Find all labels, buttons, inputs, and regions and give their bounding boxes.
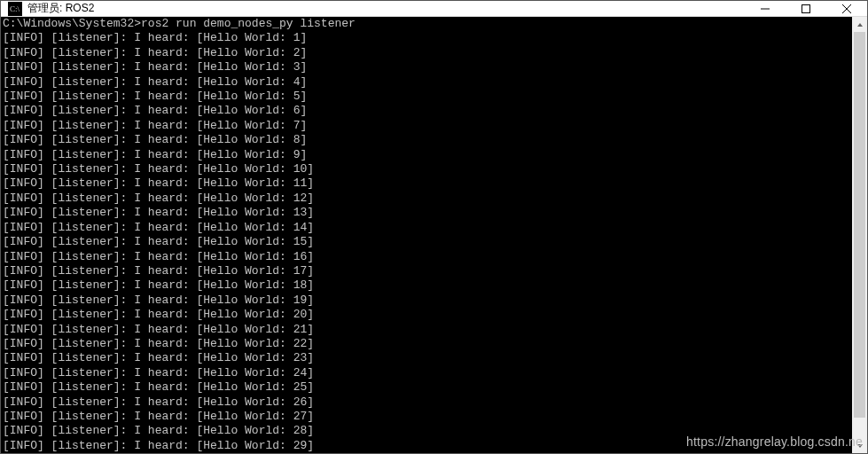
scroll-down-arrow[interactable] [852,438,867,453]
prompt-line: C:\Windows\System32>ros2 run demo_nodes_… [3,17,852,31]
log-line: [INFO] [listener]: I heard: [Hello World… [3,323,852,337]
log-line: [INFO] [listener]: I heard: [Hello World… [3,148,852,162]
log-line: [INFO] [listener]: I heard: [Hello World… [3,410,852,424]
close-button[interactable] [826,1,867,16]
scroll-up-arrow[interactable] [852,17,867,32]
log-line: [INFO] [listener]: I heard: [Hello World… [3,439,852,453]
minimize-button[interactable] [745,1,786,16]
window-title: 管理员: ROS2 [27,1,745,16]
log-line: [INFO] [listener]: I heard: [Hello World… [3,46,852,60]
log-line: [INFO] [listener]: I heard: [Hello World… [3,104,852,118]
log-line: [INFO] [listener]: I heard: [Hello World… [3,337,852,351]
log-line: [INFO] [listener]: I heard: [Hello World… [3,31,852,45]
svg-marker-7 [857,444,863,448]
vertical-scrollbar[interactable] [852,17,867,453]
svg-text:C:\: C:\ [10,4,20,13]
svg-marker-6 [857,23,863,27]
log-line: [INFO] [listener]: I heard: [Hello World… [3,424,852,438]
log-line: [INFO] [listener]: I heard: [Hello World… [3,133,852,147]
log-line: [INFO] [listener]: I heard: [Hello World… [3,380,852,395]
log-line: [INFO] [listener]: I heard: [Hello World… [3,366,852,380]
log-line: [INFO] [listener]: I heard: [Hello World… [3,250,852,264]
log-line: [INFO] [listener]: I heard: [Hello World… [3,294,852,308]
log-line: [INFO] [listener]: I heard: [Hello World… [3,176,852,191]
log-line: [INFO] [listener]: I heard: [Hello World… [3,221,852,235]
log-line: [INFO] [listener]: I heard: [Hello World… [3,351,852,365]
log-line: [INFO] [listener]: I heard: [Hello World… [3,278,852,293]
log-line: [INFO] [listener]: I heard: [Hello World… [3,60,852,74]
terminal-window: C:\ 管理员: ROS2 C:\Windows\System32>ros2 r… [0,0,868,454]
terminal-area: C:\Windows\System32>ros2 run demo_nodes_… [1,17,867,453]
maximize-button[interactable] [786,1,826,16]
log-line: [INFO] [listener]: I heard: [Hello World… [3,75,852,90]
terminal-output[interactable]: C:\Windows\System32>ros2 run demo_nodes_… [1,17,852,453]
log-line: [INFO] [listener]: I heard: [Hello World… [3,206,852,220]
log-line: [INFO] [listener]: I heard: [Hello World… [3,308,852,322]
log-line: [INFO] [listener]: I heard: [Hello World… [3,235,852,249]
window-controls [745,1,867,16]
log-line: [INFO] [listener]: I heard: [Hello World… [3,162,852,176]
titlebar[interactable]: C:\ 管理员: ROS2 [1,1,867,17]
log-line: [INFO] [listener]: I heard: [Hello World… [3,264,852,278]
svg-rect-3 [802,4,810,12]
log-line: [INFO] [listener]: I heard: [Hello World… [3,90,852,104]
scroll-thumb[interactable] [854,32,865,418]
scroll-track[interactable] [852,32,867,438]
log-line: [INFO] [listener]: I heard: [Hello World… [3,395,852,410]
app-icon: C:\ [8,2,22,16]
log-line: [INFO] [listener]: I heard: [Hello World… [3,192,852,206]
log-line: [INFO] [listener]: I heard: [Hello World… [3,119,852,133]
